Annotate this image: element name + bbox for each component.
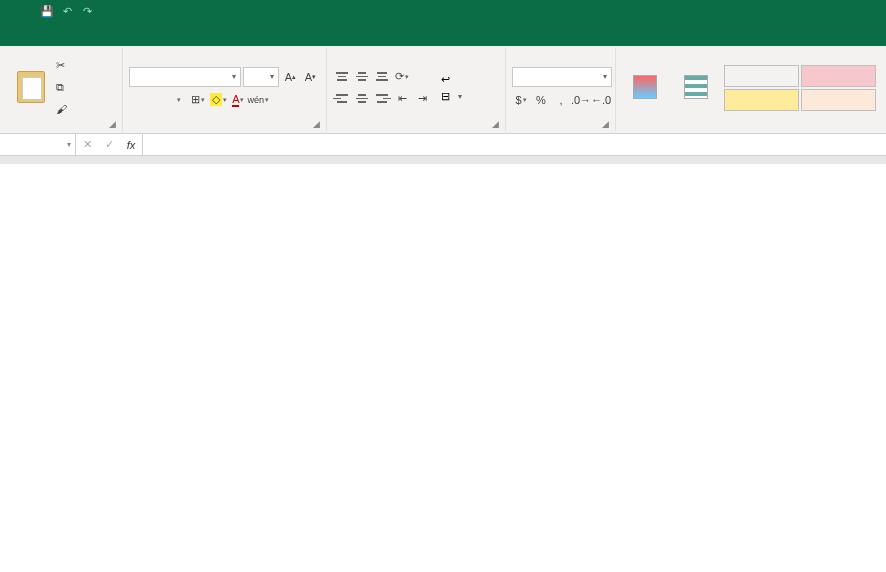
orientation-icon[interactable]: ⟳	[393, 68, 411, 86]
copy-button[interactable]	[56, 78, 74, 98]
accounting-format-icon[interactable]: $	[512, 91, 530, 109]
align-center-icon[interactable]	[353, 90, 371, 108]
style-normal[interactable]	[724, 65, 799, 87]
group-number: ▾ $ % , .0→ ←.0 ◢	[506, 48, 616, 131]
quick-access-toolbar: 💾 ↶ ↷	[0, 0, 94, 22]
formula-bar: ▾ ✕ ✓ fx	[0, 134, 886, 156]
fx-icon[interactable]: fx	[120, 136, 142, 154]
undo-icon[interactable]: ↶	[60, 4, 74, 18]
name-box[interactable]: ▾	[0, 134, 76, 155]
font-name-dropdown[interactable]: ▾	[129, 67, 241, 87]
increase-font-icon[interactable]: A▴	[281, 68, 299, 86]
save-icon[interactable]: 💾	[40, 4, 54, 18]
alignment-launcher-icon[interactable]: ◢	[492, 119, 499, 129]
decrease-font-icon[interactable]: A▾	[301, 68, 319, 86]
style-bad[interactable]	[801, 65, 876, 87]
merge-icon: ⊟	[441, 90, 450, 103]
chevron-down-icon: ▾	[597, 72, 607, 81]
conditional-format-icon	[633, 75, 657, 99]
align-middle-icon[interactable]	[353, 68, 371, 86]
table-icon	[684, 75, 708, 99]
group-alignment: ⟳ ⇤ ⇥ ↩ ⊟▾ ◢	[327, 48, 506, 131]
conditional-format-button[interactable]	[622, 57, 668, 119]
merge-center-button[interactable]: ⊟▾	[441, 90, 462, 103]
font-size-dropdown[interactable]: ▾	[243, 67, 279, 87]
number-format-dropdown[interactable]: ▾	[512, 67, 612, 87]
cut-icon	[56, 59, 70, 73]
decrease-indent-icon[interactable]: ⇤	[393, 90, 411, 108]
title-bar: 💾 ↶ ↷	[0, 0, 886, 22]
cut-button[interactable]	[56, 56, 74, 76]
percent-format-icon[interactable]: %	[532, 91, 550, 109]
group-styles	[616, 48, 882, 131]
increase-decimal-icon[interactable]: .0→	[572, 91, 590, 109]
group-clipboard: ◢	[4, 48, 123, 131]
ribbon: ◢ ▾ ▾ A▴ A▾ ⊞ ◇ A wén	[0, 46, 886, 134]
align-left-icon[interactable]	[333, 90, 351, 108]
chevron-down-icon: ▾	[264, 72, 274, 81]
number-launcher-icon[interactable]: ◢	[602, 119, 609, 129]
phonetic-button[interactable]: wén	[249, 91, 267, 109]
increase-indent-icon[interactable]: ⇥	[413, 90, 431, 108]
chevron-down-icon: ▾	[226, 72, 236, 81]
wrap-text-button[interactable]: ↩	[441, 73, 462, 86]
comma-format-icon[interactable]: ,	[552, 91, 570, 109]
spacer	[0, 156, 886, 164]
align-bottom-icon[interactable]	[373, 68, 391, 86]
enter-icon[interactable]: ✓	[98, 136, 120, 154]
style-calculation[interactable]	[801, 89, 876, 111]
clipboard-launcher-icon[interactable]: ◢	[109, 119, 116, 129]
underline-button[interactable]	[169, 91, 187, 109]
copy-icon	[56, 81, 70, 95]
redo-icon[interactable]: ↷	[80, 4, 94, 18]
brush-icon	[56, 103, 70, 117]
group-font: ▾ ▾ A▴ A▾ ⊞ ◇ A wén ◢	[123, 48, 327, 131]
align-right-icon[interactable]	[373, 90, 391, 108]
border-button[interactable]: ⊞	[189, 91, 207, 109]
decrease-decimal-icon[interactable]: ←.0	[592, 91, 610, 109]
paste-icon	[17, 71, 45, 103]
style-neutral[interactable]	[724, 89, 799, 111]
format-painter-button[interactable]	[56, 100, 74, 120]
bold-button[interactable]	[129, 91, 147, 109]
italic-button[interactable]	[149, 91, 167, 109]
format-as-table-button[interactable]	[672, 57, 720, 119]
ribbon-tabs	[0, 22, 886, 46]
paste-button[interactable]	[10, 57, 52, 119]
font-launcher-icon[interactable]: ◢	[313, 119, 320, 129]
wrap-icon: ↩	[441, 73, 450, 86]
fill-color-button[interactable]: ◇	[209, 91, 227, 109]
cancel-icon[interactable]: ✕	[76, 136, 98, 154]
align-top-icon[interactable]	[333, 68, 351, 86]
chevron-down-icon: ▾	[67, 140, 71, 149]
font-color-button[interactable]: A	[229, 91, 247, 109]
